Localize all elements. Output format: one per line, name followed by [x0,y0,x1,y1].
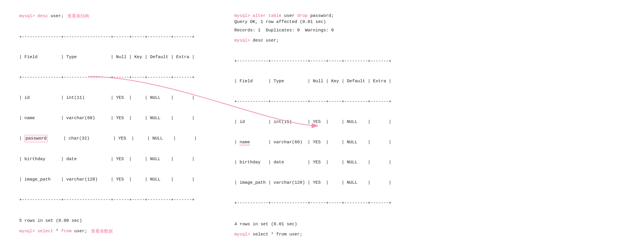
right-sep-top-1: +------------+--------------+------+----… [234,58,625,65]
right-select-section: mysql> select * from user; +------+-----… [234,232,625,250]
left-row-image: | image_path | varchar(128) | YES | | NU… [19,176,224,183]
right-cmd-alter: mysql> alter table user drop password; [234,13,625,18]
left-select-table: +---------+--------+------------+-------… [19,235,224,250]
left-cmd-desc: mysql> desc user; 查看表结构 [19,13,224,19]
left-row-id: | id | int(11) | YES | | NULL | | [19,94,224,101]
right-alter-section: mysql> alter table user drop password; Q… [234,13,625,33]
left-cmd-from-text: from [61,229,72,234]
left-cmd-desc-rest: user; [51,14,66,19]
right-desc-section: mysql> desc user; +------------+--------… [234,38,625,227]
left-row-birthday: | birthday | date | YES | | NULL | | [19,156,224,162]
left-panel: mysql> desc user; 查看表结构 +---------------… [14,10,229,250]
right-prompt-0: mysql> [234,13,253,18]
right-row-image: | image_path | varchar(128) | YES | | NU… [234,179,625,186]
left-select-section: mysql> select * from user; 查看表数据 +------… [19,228,224,250]
right-cmd-select: mysql> select * from user; [234,232,625,237]
right-alter-rest: password; [308,13,334,18]
left-row-password: | password | char(32) | YES | | NULL | | [19,135,224,142]
right-sep-2: +------------+--------------+------+----… [234,98,625,105]
right-select-table: +------+------+------------+------------… [234,238,625,250]
right-sep-bottom-1: +------------+--------------+------+----… [234,200,625,206]
right-row-birthday: | birthday | date | YES | | NULL | | [234,159,625,166]
left-prompt-1: mysql> [19,14,38,19]
left-cmd-select-rest: user; [72,229,90,234]
left-sep-bottom-1: +---------------+------------------+----… [19,197,224,203]
right-alter-result1: Query OK, 1 row affected (0.01 sec) [234,19,625,24]
right-prompt-1: mysql> [234,38,253,43]
left-password-cell: password [24,135,48,142]
left-label-1: 查看表结构 [67,13,89,19]
left-prompt-2: mysql> [19,229,38,234]
right-select-text: select * from user; [253,232,302,237]
right-prompt-2: mysql> [234,232,253,237]
right-cmd-desc: mysql> desc user; [234,38,625,43]
left-header-1: | Field | Type | Null | Key | Default | … [19,54,224,60]
right-panel: mysql> alter table user drop password; Q… [229,10,630,250]
right-header-1: | Field | Type | Null | Key | Default | … [234,78,625,85]
right-drop-kw: drop [297,13,308,18]
left-sep-2: +---------------+------------------+----… [19,74,224,81]
left-sep-top-1: +---------------+------------------+----… [19,34,224,40]
right-alter-kw: alter table [253,13,281,18]
left-cmd-select: mysql> select * from user; 查看表数据 [19,228,224,234]
left-sel-sep-top: +---------+--------+------------+-------… [19,249,224,250]
left-label-2: 查看表数据 [91,228,113,234]
left-desc-section: mysql> desc user; 查看表结构 +---------------… [19,13,224,223]
right-result-1: 4 rows in set (0.01 sec) [234,222,625,227]
right-desc-table: +------------+--------------+------+----… [234,44,625,220]
left-desc-table: +---------------+------------------+----… [19,20,224,217]
left-cmd-select-mid: * [53,229,61,234]
right-row-id: | id | int(11) | YES | | NULL | | [234,119,625,125]
right-desc-text: desc user; [253,38,279,43]
left-cmd-select-text: select [38,229,53,234]
left-cmd-desc-text: desc [38,14,51,19]
right-alter-user: user [281,13,297,18]
right-alter-result2: Records: 1 Duplicates: 0 Warnings: 0 [234,28,625,33]
right-name-underline: name [240,140,250,145]
left-result-1: 5 rows in set (0.00 sec) [19,218,224,223]
left-row-name: | name | varchar(60) | YES | | NULL | | [19,115,224,122]
right-row-name: | name | varchar(60) | YES | | NULL | | [234,139,625,146]
page-wrapper: mysql> desc user; 查看表结构 +---------------… [7,5,637,250]
